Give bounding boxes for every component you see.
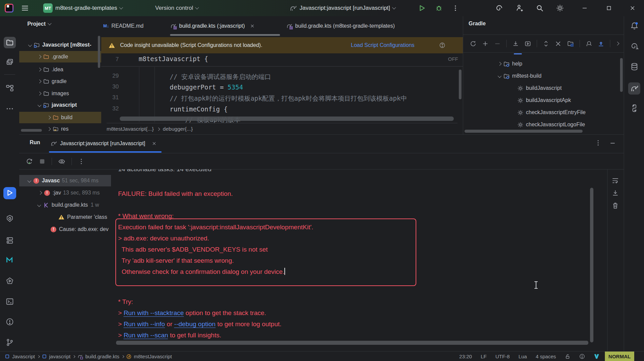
soft-wrap-button[interactable] — [612, 177, 619, 184]
ideavim-icon[interactable] — [594, 354, 599, 359]
upload-button[interactable] — [598, 41, 604, 47]
structure-tool-button[interactable] — [6, 84, 14, 92]
run-button[interactable] — [418, 4, 426, 12]
more-tools-button[interactable] — [6, 105, 14, 113]
load-script-configurations-link[interactable]: Load Script Configurations — [351, 42, 415, 48]
build-tool-button[interactable] — [6, 214, 14, 223]
status-encoding[interactable]: UTF-8 — [495, 354, 510, 359]
tab-build-gradle-root[interactable]: build.gradle.kts (m8test-gradle-template… — [286, 16, 395, 35]
tab-readme[interactable]: M↓ README.md — [103, 16, 143, 35]
off-indicator[interactable]: OFF — [448, 56, 458, 62]
scan-link[interactable]: Run with --scan — [123, 332, 168, 339]
gradle-task-checkJavascriptEntryFile[interactable]: checkJavascriptEntryFile — [463, 107, 624, 118]
close-button[interactable] — [629, 4, 636, 12]
console-options-button[interactable] — [78, 158, 85, 165]
services-tool-button[interactable] — [6, 236, 14, 244]
gradle-task-buildJavascript[interactable]: buildJavascript — [463, 82, 624, 94]
notifications-button[interactable] — [630, 22, 638, 30]
editor-horizontal-scrollbar[interactable] — [120, 117, 454, 121]
execute-task-button[interactable] — [525, 41, 531, 47]
run-tool-button[interactable] — [6, 189, 14, 197]
tree-item-javascript[interactable]: javascript — [19, 99, 102, 111]
vcs-widget[interactable]: Version control — [155, 0, 198, 16]
info-link[interactable]: Run with --info — [123, 320, 165, 328]
project-widget[interactable]: MT m8test-gradle-templates — [43, 0, 122, 16]
tree-item-images[interactable]: images — [19, 88, 102, 99]
ai-chat-button[interactable] — [630, 42, 638, 50]
project-tool-button[interactable] — [6, 38, 14, 47]
toolbar-overflow-chevron[interactable] — [615, 42, 619, 45]
debug-button[interactable] — [435, 4, 443, 12]
reload-gradle-button[interactable] — [470, 41, 476, 47]
expand-all-button[interactable] — [543, 41, 549, 47]
stop-button[interactable] — [39, 158, 46, 165]
inspections-icon[interactable] — [579, 354, 585, 359]
debug-link[interactable]: --debug option — [174, 320, 216, 328]
project-vertical-scrollbar[interactable] — [98, 36, 100, 68]
tree-item-gradle-cache[interactable]: .gradle — [19, 51, 102, 62]
gradle-tree-item-m8test-build[interactable]: m8test-build — [463, 70, 624, 82]
status-crumb[interactable]: build.gradle.kts — [85, 354, 119, 359]
stacktrace-link[interactable]: Run with --stacktrace — [123, 309, 184, 317]
tree-item-gradle[interactable]: gradle — [19, 76, 102, 87]
breadcrumb-item[interactable]: m8testJavascript{...} — [107, 126, 154, 132]
add-button[interactable] — [482, 41, 488, 47]
run-panel-options-button[interactable] — [595, 139, 601, 146]
hide-panel-button[interactable] — [610, 140, 616, 146]
console-horizontal-scrollbar[interactable] — [116, 341, 588, 345]
gradle-tree-item-help[interactable]: help — [463, 58, 624, 70]
tree-item-idea[interactable]: .idea — [19, 64, 102, 75]
minimize-button[interactable] — [581, 4, 588, 12]
ai-assistant-button[interactable] — [495, 4, 503, 12]
tree-item-build[interactable]: build — [19, 112, 102, 123]
profiler-tool-button[interactable] — [6, 277, 14, 285]
close-tab-icon[interactable] — [152, 141, 157, 146]
problems-tool-button[interactable] — [6, 318, 14, 326]
gradle-vertical-scrollbar[interactable] — [620, 58, 623, 92]
python-tool-button[interactable] — [630, 104, 638, 112]
console-vertical-scrollbar[interactable] — [590, 188, 593, 342]
gradle-tool-button[interactable] — [630, 84, 638, 92]
close-tab-icon[interactable] — [250, 24, 255, 28]
unlock-icon[interactable] — [565, 354, 570, 359]
status-crumb[interactable]: m8testJavascript — [134, 354, 172, 359]
rerun-button[interactable] — [26, 158, 33, 165]
breadcrumb-item[interactable]: debugger{...} — [163, 126, 193, 132]
search-tasks-button[interactable] — [586, 41, 592, 47]
maximize-button[interactable] — [605, 4, 613, 12]
status-language[interactable]: Lua — [519, 354, 527, 359]
code-with-me-button[interactable] — [515, 4, 524, 12]
project-horizontal-scrollbar[interactable] — [21, 129, 42, 132]
gradle-horizontal-scrollbar[interactable] — [465, 130, 583, 133]
editor-vertical-scrollbar[interactable] — [459, 70, 461, 99]
collapse-all-button[interactable] — [555, 41, 561, 47]
download-sources-button[interactable] — [512, 41, 519, 47]
status-line-ending[interactable]: LF — [481, 354, 487, 359]
settings-button[interactable] — [556, 4, 564, 12]
remove-button[interactable] — [494, 41, 501, 47]
status-crumb[interactable]: javascript — [49, 354, 71, 359]
code-line-31[interactable]: // 打包apk时的运行时模板apk配置，打包apk时会将脚本项目打包到该模板a… — [170, 94, 407, 103]
run-console[interactable]: 14 actionable tasks: 14 executed FAILURE… — [111, 169, 607, 352]
vim-mode-badge[interactable]: NORMAL — [605, 352, 634, 361]
gradle-task-buildJavascriptApk[interactable]: buildJavascriptApk — [463, 95, 624, 106]
search-everywhere-button[interactable] — [536, 4, 544, 12]
tree-item-root[interactable]: Javascript [m8test- — [19, 39, 102, 51]
run-tab[interactable]: Javascript:javascript [runJavascript] — [50, 135, 157, 152]
run-configuration-selector[interactable]: Javascript:javascript [runJavascript] — [289, 0, 395, 16]
tab-build-gradle-javascript[interactable]: build.gradle.kts (:javascript) — [170, 16, 255, 35]
database-button[interactable] — [630, 62, 638, 71]
help-icon[interactable] — [439, 42, 445, 48]
scroll-to-end-button[interactable] — [612, 189, 619, 197]
code-line-29[interactable]: // 安卓设备调试器服务启动的端口 — [170, 73, 271, 81]
terminal-tool-button[interactable] — [6, 298, 14, 306]
commit-tool-button[interactable] — [6, 58, 14, 66]
status-cursor-position[interactable]: 23:20 — [459, 354, 472, 359]
run-tree-item-root[interactable]: ! Javasc 51 sec, 984 ms — [19, 175, 120, 186]
code-line-32[interactable]: runtimeConfig { — [170, 105, 228, 113]
more-actions-button[interactable] — [452, 5, 459, 11]
code-line-30[interactable]: debuggerPort = 5354 — [170, 83, 243, 91]
main-menu-button[interactable] — [21, 0, 29, 16]
clear-console-button[interactable] — [612, 202, 619, 209]
status-crumb[interactable]: Javascript — [12, 354, 35, 359]
